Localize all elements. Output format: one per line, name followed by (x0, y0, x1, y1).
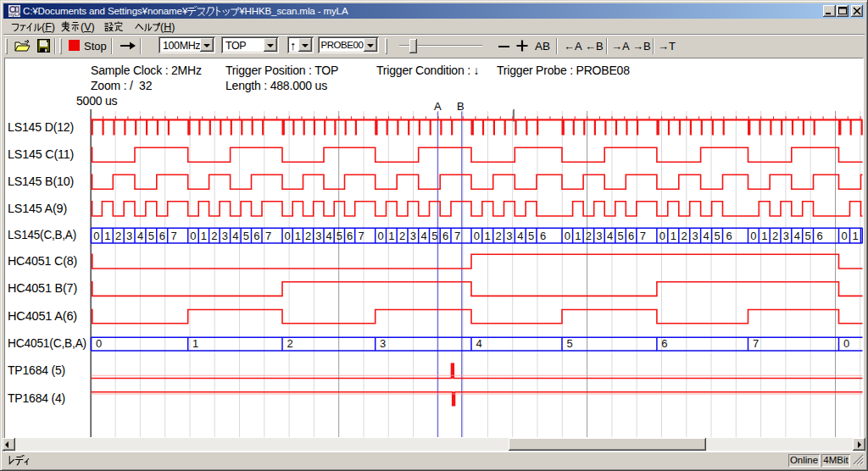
svg-text:6: 6 (442, 230, 448, 242)
svg-text:1: 1 (761, 230, 767, 242)
svg-text:0: 0 (659, 230, 665, 242)
svg-text:1: 1 (485, 230, 491, 242)
svg-text:5: 5 (714, 230, 720, 242)
svg-text:HC4051 A(6): HC4051 A(6) (8, 309, 77, 323)
svg-text:4: 4 (232, 230, 238, 242)
svg-text:4: 4 (326, 230, 331, 242)
svg-text:0: 0 (750, 230, 756, 242)
svg-text:1: 1 (104, 230, 110, 242)
svg-text:7: 7 (265, 230, 271, 242)
svg-text:2: 2 (115, 230, 121, 242)
svg-text:3: 3 (783, 230, 789, 242)
svg-text:LS145 B(10): LS145 B(10) (8, 175, 74, 188)
svg-text:4: 4 (794, 230, 800, 242)
svg-text:1: 1 (192, 337, 198, 350)
svg-text:LS145 D(12): LS145 D(12) (8, 120, 74, 134)
svg-text:3: 3 (506, 230, 512, 242)
svg-text:2: 2 (682, 230, 687, 242)
svg-text:5: 5 (337, 230, 342, 242)
svg-text:TP1684 (5): TP1684 (5) (8, 363, 65, 377)
svg-text:7: 7 (753, 337, 759, 350)
svg-text:3: 3 (693, 230, 698, 242)
svg-text:myLA: myLA (8, 12, 20, 17)
svg-text:7: 7 (171, 230, 177, 242)
svg-text:0: 0 (93, 230, 99, 242)
svg-text:1: 1 (670, 230, 676, 242)
svg-text:0: 0 (474, 230, 480, 242)
svg-text:3: 3 (315, 230, 321, 242)
svg-text:3: 3 (596, 230, 602, 242)
svg-text:4: 4 (420, 230, 426, 242)
svg-text:1: 1 (852, 230, 858, 242)
svg-text:4: 4 (703, 230, 709, 242)
svg-text:LS145 A(9): LS145 A(9) (8, 202, 67, 215)
svg-text:5: 5 (148, 230, 154, 242)
svg-text:2: 2 (211, 230, 217, 242)
svg-text:5: 5 (566, 337, 572, 350)
svg-text:4: 4 (476, 337, 481, 350)
svg-text:2: 2 (305, 230, 311, 242)
svg-text:1: 1 (201, 230, 207, 242)
svg-text:2: 2 (772, 230, 778, 242)
svg-text:6: 6 (726, 230, 732, 242)
svg-text:LS145 C(11): LS145 C(11) (8, 147, 74, 161)
svg-text:6: 6 (816, 230, 822, 242)
svg-text:3: 3 (222, 230, 228, 242)
svg-text:6: 6 (628, 230, 634, 242)
svg-text:6: 6 (253, 230, 259, 242)
svg-text:2: 2 (495, 230, 501, 242)
svg-text:LS145(C,B,A): LS145(C,B,A) (8, 228, 76, 241)
svg-text:3: 3 (380, 337, 386, 350)
svg-text:0: 0 (565, 230, 570, 242)
svg-text:HC4051 C(8): HC4051 C(8) (8, 254, 77, 268)
svg-text:HC4051(C,B,A): HC4051(C,B,A) (8, 336, 86, 350)
svg-text:3: 3 (126, 230, 132, 242)
svg-text:4: 4 (517, 230, 523, 242)
svg-text:HC4051 B(7): HC4051 B(7) (8, 281, 77, 295)
svg-text:5: 5 (243, 230, 249, 242)
svg-text:5: 5 (804, 230, 810, 242)
svg-text:0: 0 (843, 337, 849, 350)
svg-text:2: 2 (287, 337, 292, 350)
svg-text:3: 3 (410, 230, 416, 242)
svg-text:1: 1 (575, 230, 581, 242)
svg-text:6: 6 (159, 230, 165, 242)
svg-text:5: 5 (431, 230, 437, 242)
svg-text:7: 7 (640, 230, 646, 242)
svg-text:5: 5 (617, 230, 623, 242)
svg-text:1: 1 (295, 230, 301, 242)
svg-text:0: 0 (96, 337, 102, 350)
svg-text:5: 5 (528, 230, 534, 242)
svg-text:4: 4 (607, 230, 613, 242)
svg-text:1: 1 (388, 230, 394, 242)
svg-text:6: 6 (661, 337, 667, 350)
svg-text:0: 0 (284, 230, 290, 242)
svg-text:0: 0 (190, 230, 196, 242)
svg-text:7: 7 (359, 230, 364, 242)
svg-text:TP1684 (4): TP1684 (4) (8, 391, 65, 405)
svg-text:4: 4 (137, 230, 143, 242)
svg-text:7: 7 (454, 230, 460, 242)
svg-text:2: 2 (399, 230, 405, 242)
svg-text:0: 0 (377, 230, 383, 242)
svg-text:2: 2 (586, 230, 592, 242)
svg-text:6: 6 (347, 230, 353, 242)
svg-text:6: 6 (540, 230, 546, 242)
svg-text:0: 0 (841, 230, 847, 242)
